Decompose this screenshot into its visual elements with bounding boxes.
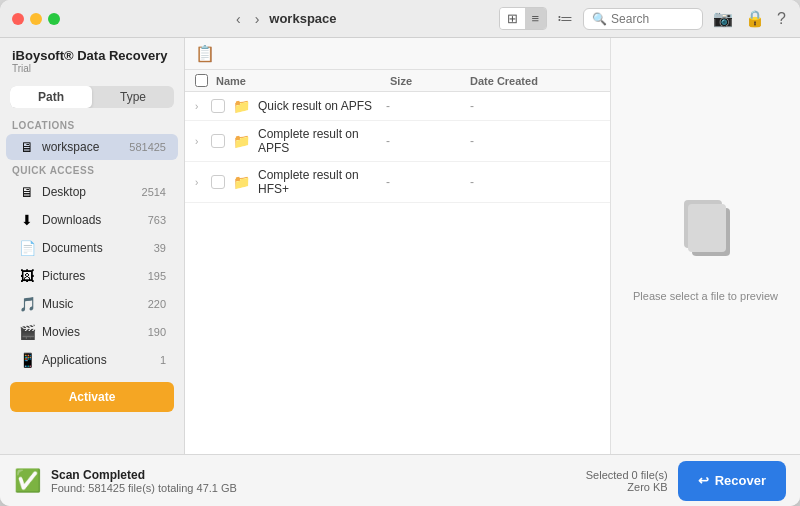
preview-panel: Please select a file to preview [610,38,800,454]
folder-icon: 📁 [233,174,250,190]
file-toolbar: 📋 [185,38,610,70]
applications-icon: 📱 [18,352,36,368]
sidebar-desktop-label: Desktop [42,185,136,199]
pictures-icon: 🖼 [18,268,36,284]
maximize-button[interactable] [48,13,60,25]
file-row-date: - [470,175,600,189]
file-row-size: - [386,175,466,189]
sidebar-item-pictures[interactable]: 🖼 Pictures 195 [6,263,178,289]
sidebar-item-music[interactable]: 🎵 Music 220 [6,291,178,317]
minimize-button[interactable] [30,13,42,25]
help-button[interactable]: ? [775,8,788,30]
lock-button[interactable]: 🔒 [743,7,767,30]
sidebar-item-applications[interactable]: 📱 Applications 1 [6,347,178,373]
file-row-date: - [470,134,600,148]
table-row[interactable]: › 📁 Quick result on APFS - - [185,92,610,121]
recover-icon: ↩ [698,473,709,488]
selected-info: Selected 0 file(s) Zero KB [586,469,668,493]
select-all-checkbox[interactable] [195,74,208,87]
sidebar-item-documents[interactable]: 📄 Documents 39 [6,235,178,261]
sidebar-pictures-count: 195 [148,270,166,282]
table-row[interactable]: › 📁 Complete result on HFS+ - - [185,162,610,203]
scan-complete-icon: ✅ [14,468,41,494]
nav-back-button[interactable]: ‹ [232,9,245,29]
file-table-header: Name Size Date Created [185,70,610,92]
scan-info: Scan Completed Found: 581425 file(s) tot… [51,468,576,494]
main-window: ‹ › workspace ⊞ ≡ ≔ 🔍 📷 🔒 ? iBoysoft® Da… [0,0,800,506]
row-chevron-icon: › [195,177,207,188]
file-list: › 📁 Quick result on APFS - - › 📁 Complet… [185,92,610,454]
search-input[interactable] [611,12,691,26]
row-checkbox[interactable] [211,134,225,148]
recover-label: Recover [715,473,766,488]
nav-forward-button[interactable]: › [251,9,264,29]
locations-label: Locations [0,116,184,133]
sidebar-applications-label: Applications [42,353,154,367]
scan-title: Scan Completed [51,468,576,482]
file-row-size: - [386,99,466,113]
sidebar-documents-label: Documents [42,241,148,255]
sidebar-item-workspace[interactable]: 🖥 workspace 581425 [6,134,178,160]
search-bar: 🔍 [583,8,703,30]
recover-button[interactable]: ↩ Recover [678,461,786,501]
close-button[interactable] [12,13,24,25]
sidebar-movies-label: Movies [42,325,142,339]
copy-button[interactable]: 📋 [195,44,215,63]
sidebar-item-downloads[interactable]: ⬇ Downloads 763 [6,207,178,233]
sidebar-item-desktop[interactable]: 🖥 Desktop 2514 [6,179,178,205]
search-icon: 🔍 [592,12,607,26]
sidebar-music-count: 220 [148,298,166,310]
app-trial-label: Trial [12,63,172,74]
workspace-label: workspace [269,11,336,26]
row-checkbox[interactable] [211,175,225,189]
sidebar-desktop-count: 2514 [142,186,166,198]
sidebar-item-movies[interactable]: 🎬 Movies 190 [6,319,178,345]
sidebar-downloads-count: 763 [148,214,166,226]
folder-icon: 📁 [233,133,250,149]
sidebar-movies-count: 190 [148,326,166,338]
app-title: iBoysoft® Data Recovery [12,48,172,63]
titlebar-right: ⊞ ≡ ≔ 🔍 📷 🔒 ? [499,7,789,30]
activate-button[interactable]: Activate [10,382,174,412]
tab-row: Path Type [10,86,174,108]
documents-icon: 📄 [18,240,36,256]
titlebar: ‹ › workspace ⊞ ≡ ≔ 🔍 📷 🔒 ? [0,0,800,38]
tab-path[interactable]: Path [10,86,92,108]
col-size-header: Size [390,75,470,87]
file-row-name: Quick result on APFS [258,99,382,113]
sidebar-workspace-count: 581425 [129,141,166,153]
sidebar-downloads-label: Downloads [42,213,142,227]
zero-kb-label: Zero KB [586,481,668,493]
preview-icon [666,190,746,274]
grid-view-button[interactable]: ⊞ [500,8,525,29]
file-panel: 📋 Name Size Date Created › 📁 Quick resul… [185,38,610,454]
tab-type[interactable]: Type [92,86,174,108]
preview-text: Please select a file to preview [633,290,778,302]
sidebar: iBoysoft® Data Recovery Trial Path Type … [0,38,185,454]
movies-icon: 🎬 [18,324,36,340]
file-row-name: Complete result on APFS [258,127,382,155]
row-checkbox[interactable] [211,99,225,113]
workspace-icon: 🖥 [18,139,36,155]
desktop-icon: 🖥 [18,184,36,200]
col-date-header: Date Created [470,75,600,87]
folder-icon: 📁 [233,98,250,114]
sidebar-applications-count: 1 [160,354,166,366]
sort-button[interactable]: ≔ [555,7,575,30]
col-name-header: Name [195,74,390,87]
file-row-size: - [386,134,466,148]
music-icon: 🎵 [18,296,36,312]
file-row-date: - [470,99,600,113]
sidebar-workspace-label: workspace [42,140,123,154]
sidebar-header: iBoysoft® Data Recovery Trial [0,38,184,78]
sidebar-music-label: Music [42,297,142,311]
camera-button[interactable]: 📷 [711,7,735,30]
status-bar: ✅ Scan Completed Found: 581425 file(s) t… [0,454,800,506]
selected-files-label: Selected 0 file(s) [586,469,668,481]
row-chevron-icon: › [195,101,207,112]
list-view-button[interactable]: ≡ [525,8,547,29]
scan-subtitle: Found: 581425 file(s) totaling 47.1 GB [51,482,576,494]
row-chevron-icon: › [195,136,207,147]
table-row[interactable]: › 📁 Complete result on APFS - - [185,121,610,162]
svg-rect-2 [688,204,726,252]
